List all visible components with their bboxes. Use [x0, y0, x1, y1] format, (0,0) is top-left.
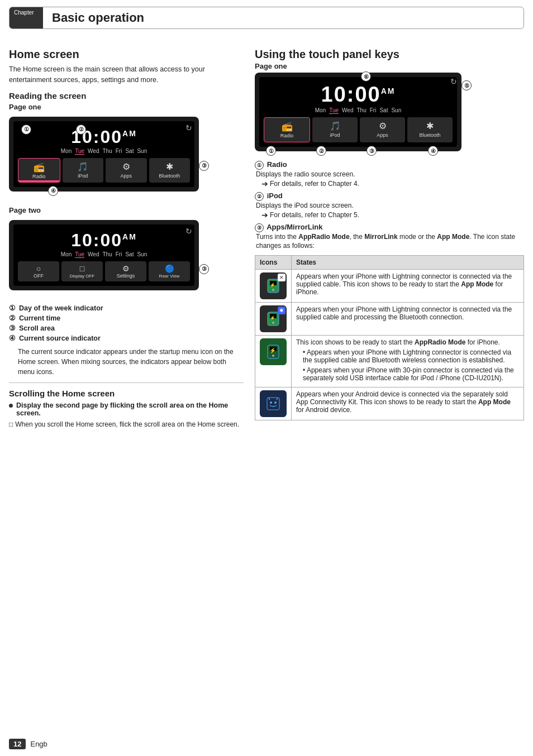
tp-callout-5: ⑤	[461, 80, 472, 90]
rear-view-icon: 🔵 Rear View	[149, 261, 190, 281]
icon-cell-1: ⚡ ✕	[255, 270, 292, 303]
page2-icons-row: ○ OFF □ Display OFF ⚙ Settings 🔵	[18, 261, 190, 281]
state-cell-1: Appears when your iPhone with Lightning …	[292, 270, 524, 303]
badge-2: ✱	[278, 307, 285, 314]
tp-callout-3: ③	[367, 146, 377, 156]
home-screen-title: Home screen	[9, 48, 244, 61]
radio-item-label: ① Radio	[255, 160, 524, 170]
tp-tue: Tue	[329, 107, 339, 114]
indicator-note: The current source indicator appears und…	[18, 347, 244, 377]
bullet-3-2: Appears when your iPhone with 30-pin con…	[303, 366, 519, 382]
iphone-appradio-icon: ⚡	[260, 338, 287, 365]
ipod-arrow: ➔	[261, 210, 268, 219]
apps-icon-box: ⚙ Apps	[106, 158, 147, 183]
bluetooth-label: Bluetooth	[159, 173, 180, 179]
apps-label: Apps	[120, 173, 132, 179]
p2-thu: Thu	[103, 251, 112, 258]
iphone-lightning-bt-icon: ⚡ ✱	[260, 305, 287, 332]
tp-days: Mon Tue Wed Thu Fri Sat Sun	[264, 107, 453, 114]
radio-item-desc: Displays the radio source screen.	[256, 170, 524, 179]
page-footer: 12 Engb	[9, 739, 47, 749]
table-header-icons: Icons	[255, 256, 292, 270]
tp-bt-label: Bluetooth	[419, 132, 440, 138]
tp-icons-row: 📻 Radio 🎵 iPod ⚙ Apps ✱	[264, 117, 453, 142]
right-column: Using the touch panel keys Page one ↻ 10…	[255, 37, 524, 430]
tp-bt-box: ✱ Bluetooth	[407, 117, 453, 142]
tp-radio-emoji: 📻	[265, 121, 308, 132]
day-tue: Tue	[75, 148, 84, 155]
day-fri: Fri	[116, 148, 122, 155]
scroll-bullet: Display the second page by flicking the …	[9, 401, 244, 417]
ipod-ref: ➔ For details, refer to Chapter 5.	[261, 210, 524, 219]
p2-fri: Fri	[116, 251, 122, 258]
apps-circle-num: ③	[255, 223, 264, 232]
table-header-states: States	[292, 256, 524, 270]
page-number: 12	[9, 739, 26, 749]
item-radio: ① Radio Displays the radio source screen…	[255, 160, 524, 188]
callout-2: ②	[76, 125, 86, 135]
rear-emoji: 🔵	[150, 264, 189, 273]
ipod-item-text: iPod	[267, 192, 283, 200]
tp-mon: Mon	[315, 107, 326, 114]
tp-sat: Sat	[379, 107, 388, 114]
scroll-note: □ When you scroll the Home screen, flick…	[9, 420, 244, 428]
settings-label: Settings	[117, 273, 135, 279]
tp-refresh-icon: ↻	[450, 77, 457, 86]
icons-table: Icons States ⚡	[255, 255, 524, 420]
page2-am: AM	[122, 232, 137, 241]
appmode-bold: App Mode	[437, 233, 469, 241]
svg-text:⚡: ⚡	[270, 282, 275, 288]
page-one-screen: ↻ 10:00AM Mon Tue Wed Thu Fri Sat Sun	[9, 117, 199, 192]
radio-circle-num: ①	[255, 161, 264, 170]
day-thu: Thu	[103, 148, 112, 155]
p2-tue: Tue	[75, 251, 84, 258]
bluetooth-icon-box: ✱ Bluetooth	[149, 158, 191, 183]
radio-emoji: 📻	[20, 162, 59, 173]
p2-sun: Sun	[137, 251, 147, 258]
item-apps: ③ Apps/MirrorLink Turns into the AppRadi…	[255, 223, 524, 251]
ind-num-1: ①	[9, 304, 17, 312]
bluetooth-emoji: ✱	[150, 161, 189, 172]
callout-1: ①	[21, 125, 31, 135]
icon-cell-3: ⚡	[255, 336, 292, 387]
day-sat: Sat	[125, 148, 134, 155]
radio-arrow: ➔	[261, 179, 268, 188]
screen-time: 10:00AM	[18, 128, 190, 146]
settings-icon-box: ⚙ Settings	[105, 261, 146, 281]
tp-bt-emoji: ✱	[408, 121, 451, 131]
tp-fri: Fri	[370, 107, 377, 114]
home-screen-desc: The Home screen is the main screen that …	[9, 64, 244, 85]
android-icon	[260, 390, 287, 417]
ipod-item-desc: Displays the iPod source screen.	[256, 201, 524, 210]
divider-1	[9, 382, 244, 383]
indicator-item-3: ③ Scroll area	[9, 324, 244, 332]
indicator-item-1: ① Day of the week indicator	[9, 304, 244, 312]
page-one-label-left: Page one	[9, 103, 244, 111]
tp-callout-4: ④	[428, 146, 438, 156]
refresh-icon: ↻	[185, 123, 192, 132]
tp-callout-2: ②	[316, 146, 326, 156]
radio-icon-box: 📻 Radio	[18, 158, 60, 183]
ind-num-4: ④	[9, 334, 17, 342]
tp-ipod-label: iPod	[330, 132, 340, 138]
mirrorlink-bold: MirrorLink	[364, 233, 397, 241]
callout-4: ④	[48, 186, 58, 196]
icon-cell-4	[255, 387, 292, 420]
checkbox-sym: □	[9, 420, 13, 428]
svg-point-2	[272, 289, 274, 291]
tp-radio-box: 📻 Radio	[264, 117, 310, 142]
svg-text:⚡: ⚡	[269, 347, 277, 354]
svg-text:⚡: ⚡	[270, 315, 275, 320]
refresh-icon-2: ↻	[185, 227, 192, 236]
p2-mon: Mon	[61, 251, 72, 258]
tp-apps-box: ⚙ Apps	[360, 117, 405, 142]
rear-view-label: Rear View	[159, 274, 180, 279]
tp-sun: Sun	[391, 107, 401, 114]
bullet-dot	[9, 404, 13, 408]
ind-num-3: ③	[9, 324, 17, 332]
p2-sat: Sat	[125, 251, 134, 258]
svg-point-13	[270, 401, 272, 404]
appradio-ref-3: AppRadio Mode	[415, 338, 465, 346]
scroll-bullet-text: Display the second page by flicking the …	[16, 401, 244, 417]
left-column: Home screen The Home screen is the main …	[9, 37, 244, 430]
